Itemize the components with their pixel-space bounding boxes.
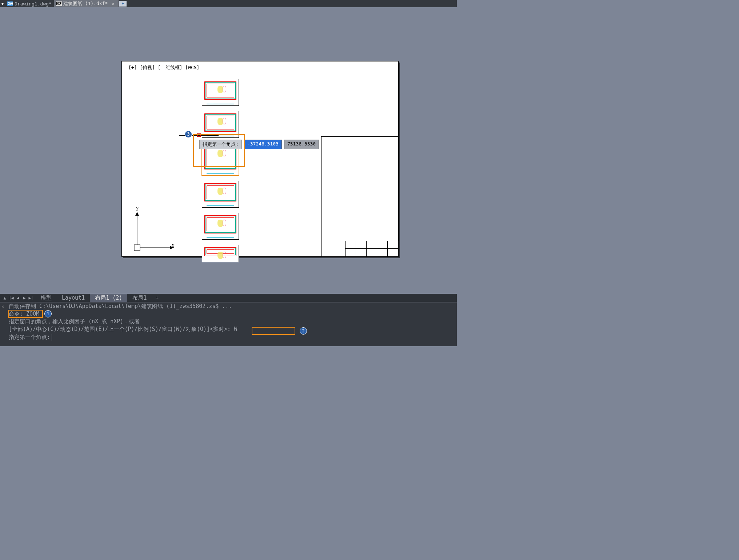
- annotation-badge-2: 2: [300, 327, 307, 335]
- dwg-icon: DWG: [7, 1, 13, 6]
- nav-first-icon[interactable]: |◀: [8, 295, 15, 301]
- annotation-rect-2: [252, 327, 295, 335]
- tab-label: Drawing1.dwg*: [15, 1, 52, 7]
- title-block-grid: [345, 241, 398, 257]
- svg-rect-0: [134, 245, 140, 251]
- floor-plan-thumb: ———: [202, 181, 239, 208]
- layout-tab-layout1[interactable]: Layout1: [57, 294, 90, 301]
- cmd-history-line: 指定窗口的角点，输入比例因子 (nX 或 nXP)，或者: [0, 318, 457, 325]
- floor-plan-thumb: ———: [202, 79, 239, 106]
- tooltip-y-value[interactable]: 75136.3530: [284, 140, 319, 149]
- cmd-history-line: 命令: ZOOM: [0, 310, 457, 318]
- floor-plan-thumb: ———: [202, 111, 239, 138]
- annotation-badge-3: 3: [185, 131, 192, 138]
- nav-last-icon[interactable]: ▶|: [28, 295, 34, 301]
- svg-marker-4: [135, 212, 139, 216]
- floor-plan-thumb: ———: [202, 213, 239, 240]
- layout-tab-active[interactable]: 布局1 (2): [90, 294, 127, 302]
- command-panel: ✕ 自动保存到 C:\Users\DJ\AppData\Local\Temp\建…: [0, 302, 457, 346]
- cmd-prompt: 指定第一个角点:: [9, 334, 50, 341]
- viewport-plus[interactable]: [+]: [128, 65, 137, 70]
- layout-tab-bar: ▲ |◀ ◀ ▶ ▶| 模型 Layout1 布局1 (2) 布局1 +: [0, 294, 457, 302]
- viewport-controls: [+] [俯视] [二维线框] [WCS]: [128, 64, 199, 71]
- layout-tab-model[interactable]: 模型: [36, 294, 57, 302]
- drawing-thumbnails: ——— ——— ——— ——— ———: [202, 79, 239, 262]
- doc-tab-drawing1[interactable]: DWG Drawing1.dwg*: [5, 0, 54, 7]
- dxf-icon: DXF: [56, 1, 62, 6]
- tab-label: 建筑图纸 (1).dxf*: [63, 0, 108, 7]
- tooltip-x-value[interactable]: -37246.3103: [244, 140, 282, 149]
- floor-plan-thumb: [202, 245, 239, 262]
- viewport-view[interactable]: [俯视]: [140, 65, 155, 70]
- ucs-icon: [133, 208, 177, 252]
- cmd-history-line: [全部(A)/中心(C)/动态(D)/范围(E)/上一个(P)/比例(S)/窗口…: [0, 325, 457, 333]
- new-tab-button[interactable]: +: [119, 1, 127, 7]
- viewport-style[interactable]: [二维线框]: [158, 65, 183, 70]
- cmd-history-line: 自动保存到 C:\Users\DJ\AppData\Local\Temp\建筑图…: [0, 303, 457, 310]
- layout-nav-buttons: ▲ |◀ ◀ ▶ ▶|: [0, 295, 36, 301]
- ucs-x-label: X: [171, 243, 175, 249]
- annotation-badge-1: 1: [44, 310, 52, 317]
- nav-prev-icon[interactable]: ◀: [15, 295, 21, 301]
- viewport-wcs[interactable]: [WCS]: [185, 65, 199, 70]
- title-block-frame: [321, 136, 398, 257]
- paper-space: [+] [俯视] [二维线框] [WCS] ——— ——— ———: [121, 61, 399, 257]
- nav-next-icon[interactable]: ▶: [21, 295, 28, 301]
- annotation-rect-1: [8, 310, 43, 318]
- command-input[interactable]: [52, 334, 454, 341]
- selection-rectangle: [193, 134, 245, 167]
- cmd-input-row: 指定第一个角点:: [0, 333, 457, 341]
- doc-tab-dxf[interactable]: DXF 建筑图纸 (1).dxf* ✕: [54, 0, 119, 7]
- close-icon[interactable]: ✕: [109, 1, 116, 7]
- add-layout-button[interactable]: +: [152, 295, 162, 301]
- ucs-y-label: Y: [136, 206, 139, 212]
- drawing-canvas[interactable]: [+] [俯视] [二维线框] [WCS] ——— ——— ———: [0, 7, 457, 294]
- layout-tab-buju1[interactable]: 布局1: [127, 294, 152, 302]
- document-tab-bar: ▼ DWG Drawing1.dwg* DXF 建筑图纸 (1).dxf* ✕ …: [0, 0, 457, 7]
- nav-up-icon[interactable]: ▲: [1, 295, 8, 301]
- tab-list-dropdown[interactable]: ▼: [0, 2, 5, 6]
